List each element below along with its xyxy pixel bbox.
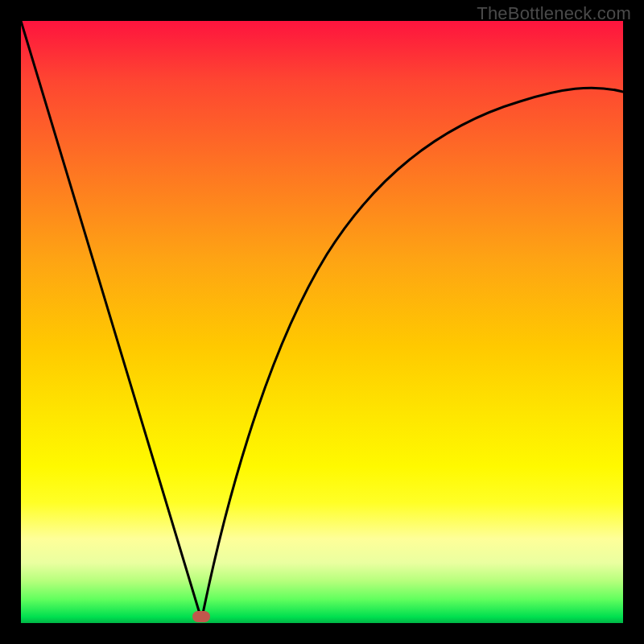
curve-right-branch — [203, 88, 623, 613]
plot-area — [21, 21, 623, 623]
curve-svg — [21, 21, 623, 623]
watermark-text: TheBottleneck.com — [477, 3, 631, 24]
minimum-marker — [192, 611, 210, 622]
chart-frame: TheBottleneck.com — [0, 0, 644, 644]
curve-left-branch — [21, 21, 200, 613]
